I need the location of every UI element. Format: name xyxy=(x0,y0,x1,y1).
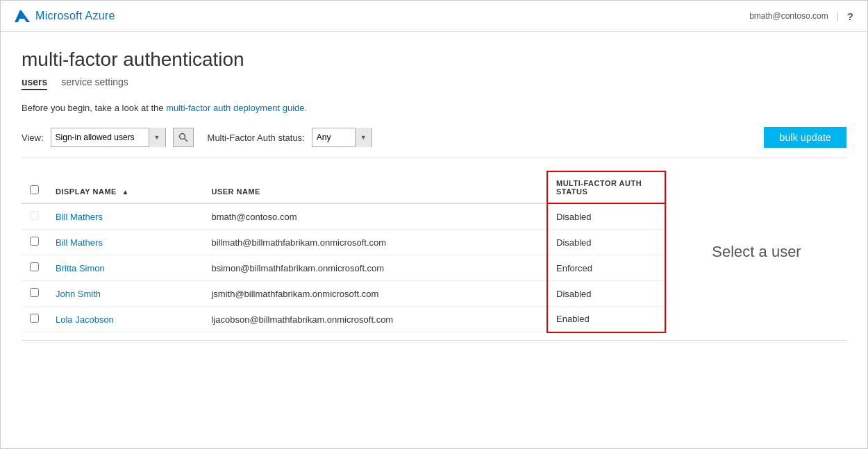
view-select-arrow[interactable] xyxy=(149,128,165,147)
search-icon xyxy=(178,133,188,142)
display-name-cell: Bill Mathers xyxy=(47,230,203,255)
user-display-name-link[interactable]: Bill Mathers xyxy=(56,212,103,222)
tab-users[interactable]: users xyxy=(22,76,47,90)
info-text: Before you begin, take a look at the mul… xyxy=(22,103,846,113)
filter-bar: View: Sign-in allowed users Sign-in bloc… xyxy=(22,127,846,158)
table-row: Britta Simon bsimon@billmathfabrikam.onm… xyxy=(22,255,665,281)
display-name-cell: Bill Mathers xyxy=(47,203,203,230)
row-checkbox[interactable] xyxy=(30,262,39,271)
mfa-status-label: Multi-Factor Auth status: xyxy=(208,133,305,143)
user-display-name-link[interactable]: Bill Mathers xyxy=(56,237,103,248)
top-bar-right: bmath@contoso.com | ? xyxy=(749,10,853,22)
table-row: Bill Mathers billmath@billmathfabrikam.o… xyxy=(22,230,665,255)
mfa-status-cell: Enforced xyxy=(547,255,665,281)
tab-service-settings[interactable]: service settings xyxy=(61,76,128,90)
view-label: View: xyxy=(22,133,44,143)
page-title: multi-factor authentication xyxy=(22,49,846,71)
mfa-select-arrow[interactable] xyxy=(355,128,372,147)
user-name-cell: billmath@billmathfabrikam.onmicrosoft.co… xyxy=(203,230,547,255)
th-display-name[interactable]: DISPLAY NAME ▲ xyxy=(47,171,203,203)
view-select-wrapper[interactable]: Sign-in allowed users Sign-in blocked us… xyxy=(51,128,166,147)
svg-line-3 xyxy=(184,139,187,142)
mfa-status-cell: Disabled xyxy=(547,203,665,230)
svg-point-2 xyxy=(179,134,185,139)
table-section: DISPLAY NAME ▲ USER NAME MULTI-FACTOR AU… xyxy=(22,171,846,333)
table-row: John Smith jsmith@billmathfabrikam.onmic… xyxy=(22,281,665,307)
th-checkbox xyxy=(22,171,47,203)
display-name-cell: Lola Jacobson xyxy=(47,307,203,332)
user-name-cell: ljacobson@billmathfabrikam.onmicrosoft.c… xyxy=(203,307,547,332)
row-checkbox[interactable] xyxy=(30,314,39,323)
azure-logo-text: Microsoft Azure xyxy=(35,10,115,22)
row-checkbox-cell xyxy=(22,230,47,255)
user-table: DISPLAY NAME ▲ USER NAME MULTI-FACTOR AU… xyxy=(22,171,666,333)
th-mfa-status: MULTI-FACTOR AUTH STATUS xyxy=(547,171,665,203)
select-all-checkbox[interactable] xyxy=(30,185,39,194)
mfa-select[interactable]: Any Disabled Enabled Enforced xyxy=(312,128,355,146)
select-user-text: Select a user xyxy=(712,243,801,261)
display-name-cell: Britta Simon xyxy=(47,255,203,281)
th-user-name[interactable]: USER NAME xyxy=(203,171,547,203)
row-checkbox-cell xyxy=(22,281,47,307)
user-name-cell: bmath@contoso.com xyxy=(203,203,547,230)
mfa-select-wrapper[interactable]: Any Disabled Enabled Enforced xyxy=(312,128,372,147)
row-checkbox-cell xyxy=(22,307,47,332)
bulk-update-button[interactable]: bulk update xyxy=(764,127,846,148)
row-checkbox[interactable] xyxy=(30,237,39,246)
row-checkbox[interactable] xyxy=(30,211,39,220)
mfa-status-cell: Disabled xyxy=(547,230,665,255)
row-checkbox[interactable] xyxy=(30,288,39,297)
table-row: Bill Mathers bmath@contoso.com Disabled xyxy=(22,203,665,230)
search-button[interactable] xyxy=(173,128,194,147)
display-name-cell: John Smith xyxy=(47,281,203,307)
bottom-bar xyxy=(22,340,846,347)
user-display-name-link[interactable]: John Smith xyxy=(56,289,101,299)
azure-logo-icon xyxy=(15,8,30,24)
svg-marker-1 xyxy=(19,10,30,22)
view-select[interactable]: Sign-in allowed users Sign-in blocked us… xyxy=(51,128,149,146)
table-header-row: DISPLAY NAME ▲ USER NAME MULTI-FACTOR AU… xyxy=(22,171,665,203)
info-link[interactable]: multi-factor auth deployment guide. xyxy=(166,103,307,113)
top-bar: Microsoft Azure bmath@contoso.com | ? xyxy=(1,1,867,32)
sort-arrow-display-name: ▲ xyxy=(122,188,128,196)
help-icon[interactable]: ? xyxy=(847,10,853,22)
row-checkbox-cell xyxy=(22,255,47,281)
azure-logo: Microsoft Azure xyxy=(15,8,115,24)
top-bar-divider: | xyxy=(837,11,839,21)
row-checkbox-cell xyxy=(22,203,47,230)
mfa-status-cell: Disabled xyxy=(547,281,665,307)
tabs: users service settings xyxy=(22,76,846,90)
table-row: Lola Jacobson ljacobson@billmathfabrikam… xyxy=(22,307,665,332)
user-display-name-link[interactable]: Britta Simon xyxy=(56,263,105,273)
user-name-cell: jsmith@billmathfabrikam.onmicrosoft.com xyxy=(203,281,547,307)
user-name-cell: bsimon@billmathfabrikam.onmicrosoft.com xyxy=(203,255,547,281)
mfa-status-cell: Enabled xyxy=(547,307,665,332)
info-text-prefix: Before you begin, take a look at the xyxy=(22,103,166,113)
user-display-name-link[interactable]: Lola Jacobson xyxy=(56,314,114,325)
select-user-panel: Select a user xyxy=(666,171,846,333)
user-email: bmath@contoso.com xyxy=(749,11,828,21)
page-content: multi-factor authentication users servic… xyxy=(1,32,867,361)
